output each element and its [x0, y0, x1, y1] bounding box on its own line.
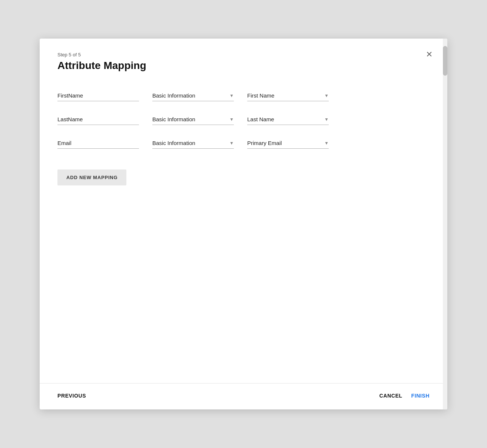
attribute-value-1: First Name [247, 92, 274, 99]
finish-button[interactable]: FINISH [411, 393, 430, 399]
mapping-category-3[interactable]: Basic Information ▼ [152, 140, 234, 149]
mapping-category-1[interactable]: Basic Information ▼ [152, 92, 234, 101]
attribute-value-2: Last Name [247, 116, 274, 122]
category-arrow-3: ▼ [229, 141, 234, 146]
mapping-row: Email Basic Information ▼ Primary Email … [57, 140, 430, 149]
attribute-dropdown-3[interactable]: Primary Email ▼ [247, 140, 329, 149]
scrollbar-track [443, 39, 447, 409]
attribute-dropdown-2[interactable]: Last Name ▼ [247, 116, 329, 125]
step-label: Step 5 of 5 [57, 52, 430, 57]
footer-right: CANCEL FINISH [380, 393, 430, 399]
dialog-title: Attribute Mapping [57, 60, 430, 72]
attribute-arrow-2: ▼ [324, 117, 329, 122]
source-label-1: FirstName [57, 92, 139, 101]
previous-button[interactable]: PREVIOUS [57, 393, 86, 399]
category-dropdown-3[interactable]: Basic Information ▼ [152, 140, 234, 149]
category-dropdown-1[interactable]: Basic Information ▼ [152, 92, 234, 101]
dialog-footer: PREVIOUS CANCEL FINISH [40, 383, 447, 409]
attribute-dropdown-1[interactable]: First Name ▼ [247, 92, 329, 101]
attribute-arrow-1: ▼ [324, 93, 329, 98]
source-label-2: LastName [57, 116, 139, 125]
attribute-mapping-dialog: Step 5 of 5 Attribute Mapping ✕ FirstNam… [40, 39, 447, 409]
source-label-3: Email [57, 140, 139, 149]
mapping-category-2[interactable]: Basic Information ▼ [152, 116, 234, 125]
mapping-row: FirstName Basic Information ▼ First Name… [57, 92, 430, 101]
mapping-row: LastName Basic Information ▼ Last Name ▼ [57, 116, 430, 125]
mapping-source-2: LastName [57, 116, 139, 125]
attribute-arrow-3: ▼ [324, 141, 329, 146]
cancel-button[interactable]: CANCEL [380, 393, 402, 399]
dialog-header: Step 5 of 5 Attribute Mapping ✕ [40, 39, 447, 80]
footer-left: PREVIOUS [57, 392, 86, 399]
mapping-attribute-2[interactable]: Last Name ▼ [247, 116, 329, 125]
mapping-attribute-3[interactable]: Primary Email ▼ [247, 140, 329, 149]
category-arrow-1: ▼ [229, 93, 234, 98]
dialog-body: FirstName Basic Information ▼ First Name… [40, 80, 447, 383]
category-value-1: Basic Information [152, 92, 195, 99]
mapping-source-1: FirstName [57, 92, 139, 101]
add-new-mapping-button[interactable]: ADD NEW MAPPING [57, 169, 126, 185]
mapping-attribute-1[interactable]: First Name ▼ [247, 92, 329, 101]
close-button[interactable]: ✕ [423, 49, 435, 60]
category-value-3: Basic Information [152, 140, 195, 146]
mapping-source-3: Email [57, 140, 139, 149]
category-arrow-2: ▼ [229, 117, 234, 122]
category-value-2: Basic Information [152, 116, 195, 122]
category-dropdown-2[interactable]: Basic Information ▼ [152, 116, 234, 125]
attribute-value-3: Primary Email [247, 140, 282, 146]
